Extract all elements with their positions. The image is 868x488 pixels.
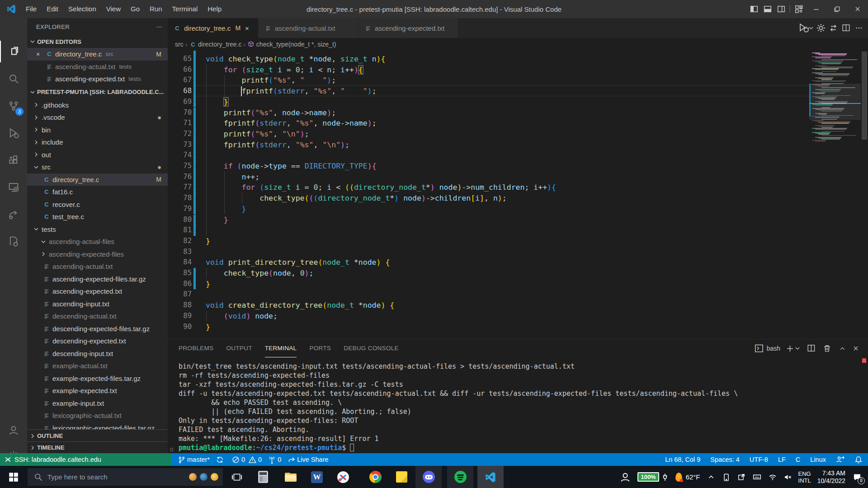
task-view-icon[interactable] (224, 466, 250, 488)
assistant-icon[interactable] (675, 473, 682, 482)
breadcrumb-file[interactable]: Cdirectory_tree.c (189, 41, 241, 48)
menu-go[interactable]: Go (126, 0, 145, 18)
menu-file[interactable]: File (21, 0, 42, 18)
panel-tab-terminal[interactable]: TERMINAL (265, 339, 297, 357)
language-indicator[interactable]: C (796, 456, 800, 463)
close-icon[interactable]: × (33, 51, 42, 58)
ports-indicator[interactable]: 0 (268, 456, 281, 464)
minimap[interactable] (809, 51, 861, 339)
breadcrumb-symbol[interactable]: check_type(node_t *, size_t) (247, 41, 336, 48)
tree-item[interactable]: Cdirectory_tree.cM (27, 174, 168, 186)
run-debug-icon[interactable] (0, 122, 27, 144)
minimize-button[interactable] (806, 0, 826, 18)
panel-tab-ports[interactable]: PORTS (309, 339, 331, 357)
customize-layout-icon[interactable] (792, 0, 806, 18)
open-editor-item[interactable]: ascending-expected.txttests (27, 73, 168, 85)
tree-item[interactable]: .githooks (27, 99, 168, 112)
split-terminal-icon[interactable] (806, 343, 817, 354)
terminal-shell-icon[interactable] (753, 343, 765, 354)
eol-indicator[interactable]: LF (778, 456, 786, 463)
kill-terminal-icon[interactable] (821, 343, 833, 354)
menu-terminal[interactable]: Terminal (167, 0, 203, 18)
source-control-icon[interactable]: 3 (0, 95, 27, 117)
encoding-indicator[interactable]: UTF-8 (750, 456, 768, 463)
remote-explorer-icon[interactable] (0, 176, 27, 198)
editor-tab[interactable]: ascending-expected.txt (359, 18, 458, 38)
breadcrumb-folder[interactable]: src (175, 41, 184, 48)
open-editor-item[interactable]: ×Cdirectory_tree.csrcM (27, 48, 168, 61)
extensions-icon[interactable] (0, 149, 27, 171)
tree-item[interactable]: ascending-input.txt (27, 298, 168, 310)
close-panel-icon[interactable] (850, 343, 862, 354)
panel-tab-debug-console[interactable]: DEBUG CONSOLE (344, 339, 399, 357)
touch-keyboard-icon[interactable] (753, 473, 761, 481)
editor-scrollbar[interactable] (861, 51, 868, 339)
shell-label[interactable]: bash (767, 345, 780, 352)
tree-item[interactable]: ascending-actual-files (27, 235, 168, 248)
command-decoration[interactable]: ○ (170, 445, 173, 454)
open-changes-icon[interactable] (827, 22, 840, 34)
panel-tab-problems[interactable]: PROBLEMS (179, 339, 213, 357)
tree-item[interactable]: example-expected.txt (27, 385, 168, 397)
project-root-header[interactable]: PRETEST-PMUTIA [SSH: LABRADOODLE.C... (27, 85, 168, 99)
taskbar-snipping-tool[interactable] (330, 466, 356, 488)
taskbar-calculator[interactable] (250, 466, 276, 488)
breadcrumb[interactable]: src›Cdirectory_tree.c›check_type(node_t … (168, 38, 868, 51)
tree-item[interactable]: Crecover.c (27, 198, 168, 211)
temperature[interactable]: 62°F (686, 473, 700, 481)
indentation-indicator[interactable]: Spaces: 4 (710, 456, 740, 463)
sync-icon[interactable] (216, 456, 226, 464)
wifi-icon[interactable] (769, 473, 777, 481)
toggle-sidebar-icon[interactable] (747, 0, 761, 18)
editor-tab[interactable]: Cdirectory_tree.cM× (168, 18, 259, 38)
menu-run[interactable]: Run (145, 0, 167, 18)
tree-item[interactable]: include (27, 136, 168, 149)
notifications-bell-icon[interactable] (854, 455, 863, 464)
live-share-button[interactable]: Live Share (288, 456, 328, 464)
plug-icon[interactable] (661, 473, 669, 481)
settings-gear-icon[interactable] (815, 22, 827, 34)
more-actions-icon[interactable] (853, 22, 865, 34)
taskbar-file-explorer[interactable] (278, 466, 304, 488)
open-editor-item[interactable]: ascending-actual.txttests (27, 61, 168, 73)
remote-indicator[interactable]: SSH: labradoodle.caltech.edu (0, 453, 171, 466)
tree-item[interactable]: .vscode● (27, 111, 168, 124)
outline-section[interactable]: OUTLINE (27, 429, 168, 442)
terminal[interactable]: bin/test_tree tests/ascending-input.txt … (168, 357, 868, 453)
tree-item[interactable]: descending-expected.txt (27, 335, 168, 347)
notification-center-icon[interactable]: 8 (853, 473, 862, 482)
tree-item[interactable]: ascending-expected.txt (27, 285, 168, 298)
errors-indicator[interactable]: 00 (232, 456, 262, 464)
panel-tab-output[interactable]: OUTPUT (226, 339, 252, 357)
taskbar-discord[interactable] (415, 466, 442, 488)
tray-expand-icon[interactable] (708, 474, 715, 481)
chevron-down-icon[interactable] (807, 22, 815, 34)
share-screen-icon[interactable] (737, 473, 745, 481)
menu-help[interactable]: Help (203, 0, 226, 18)
line-col-indicator[interactable]: Ln 68, Col 9 (665, 456, 700, 463)
volume-muted-icon[interactable] (784, 473, 792, 481)
editor-tab[interactable]: ascending-actual.txt (259, 18, 359, 38)
tree-item[interactable]: example-input.txt (27, 397, 168, 410)
language-indicator[interactable]: ENGINTL (798, 470, 811, 484)
battery-indicator[interactable]: 100% (637, 472, 659, 482)
search-icon[interactable] (0, 68, 27, 89)
tree-item[interactable]: out (27, 149, 168, 161)
timeline-section[interactable]: TIMELINE (27, 441, 168, 453)
tree-item[interactable]: src● (27, 161, 168, 174)
os-indicator[interactable]: Linux (810, 456, 826, 463)
remote-ssh-icon[interactable] (0, 230, 27, 252)
tree-item[interactable]: Ctest_tree.c (27, 211, 168, 223)
taskbar-sticky-notes[interactable] (388, 466, 415, 488)
tree-item[interactable]: example-actual.txt (27, 360, 168, 372)
tree-item[interactable]: descending-actual.txt (27, 310, 168, 323)
tree-item[interactable]: ascending-expected-files (27, 248, 168, 261)
tree-item[interactable]: descending-expected-files.tar.gz (27, 323, 168, 335)
live-share-icon[interactable] (0, 203, 27, 225)
tree-item[interactable]: descending-input.txt (27, 347, 168, 360)
taskbar-spotify[interactable] (447, 466, 473, 488)
taskbar-search[interactable]: Type here to search (28, 468, 223, 486)
git-branch[interactable]: master* (178, 456, 210, 464)
tree-item[interactable]: tests (27, 223, 168, 236)
start-button[interactable] (0, 466, 27, 488)
